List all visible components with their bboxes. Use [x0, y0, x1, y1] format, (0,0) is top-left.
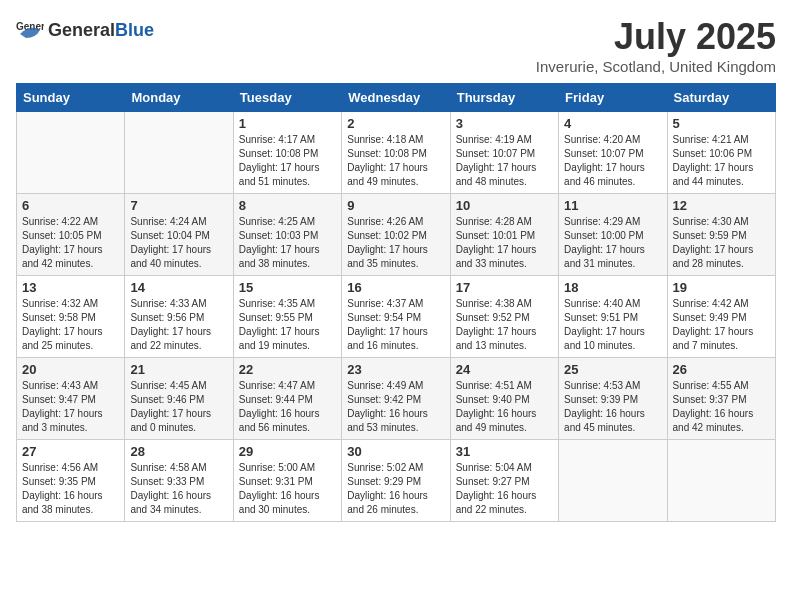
calendar-cell: 31Sunrise: 5:04 AM Sunset: 9:27 PM Dayli…	[450, 440, 558, 522]
calendar-cell	[125, 112, 233, 194]
day-number: 14	[130, 280, 227, 295]
weekday-header-tuesday: Tuesday	[233, 84, 341, 112]
calendar-cell: 6Sunrise: 4:22 AM Sunset: 10:05 PM Dayli…	[17, 194, 125, 276]
calendar-cell: 22Sunrise: 4:47 AM Sunset: 9:44 PM Dayli…	[233, 358, 341, 440]
day-number: 19	[673, 280, 770, 295]
day-info: Sunrise: 4:42 AM Sunset: 9:49 PM Dayligh…	[673, 297, 770, 353]
day-number: 7	[130, 198, 227, 213]
calendar-cell: 29Sunrise: 5:00 AM Sunset: 9:31 PM Dayli…	[233, 440, 341, 522]
calendar-cell: 20Sunrise: 4:43 AM Sunset: 9:47 PM Dayli…	[17, 358, 125, 440]
calendar-cell: 4Sunrise: 4:20 AM Sunset: 10:07 PM Dayli…	[559, 112, 667, 194]
calendar-cell: 23Sunrise: 4:49 AM Sunset: 9:42 PM Dayli…	[342, 358, 450, 440]
calendar-week-row: 20Sunrise: 4:43 AM Sunset: 9:47 PM Dayli…	[17, 358, 776, 440]
day-info: Sunrise: 4:26 AM Sunset: 10:02 PM Daylig…	[347, 215, 444, 271]
day-info: Sunrise: 4:37 AM Sunset: 9:54 PM Dayligh…	[347, 297, 444, 353]
weekday-header-thursday: Thursday	[450, 84, 558, 112]
calendar-cell: 10Sunrise: 4:28 AM Sunset: 10:01 PM Dayl…	[450, 194, 558, 276]
day-number: 25	[564, 362, 661, 377]
calendar-week-row: 13Sunrise: 4:32 AM Sunset: 9:58 PM Dayli…	[17, 276, 776, 358]
calendar-cell: 1Sunrise: 4:17 AM Sunset: 10:08 PM Dayli…	[233, 112, 341, 194]
month-title: July 2025	[536, 16, 776, 58]
calendar-cell	[17, 112, 125, 194]
day-info: Sunrise: 4:32 AM Sunset: 9:58 PM Dayligh…	[22, 297, 119, 353]
day-info: Sunrise: 4:40 AM Sunset: 9:51 PM Dayligh…	[564, 297, 661, 353]
weekday-header-row: SundayMondayTuesdayWednesdayThursdayFrid…	[17, 84, 776, 112]
day-info: Sunrise: 4:47 AM Sunset: 9:44 PM Dayligh…	[239, 379, 336, 435]
day-info: Sunrise: 5:04 AM Sunset: 9:27 PM Dayligh…	[456, 461, 553, 517]
logo-icon: General	[16, 16, 44, 44]
day-number: 10	[456, 198, 553, 213]
day-info: Sunrise: 4:49 AM Sunset: 9:42 PM Dayligh…	[347, 379, 444, 435]
day-info: Sunrise: 4:51 AM Sunset: 9:40 PM Dayligh…	[456, 379, 553, 435]
day-info: Sunrise: 4:21 AM Sunset: 10:06 PM Daylig…	[673, 133, 770, 189]
calendar-cell: 3Sunrise: 4:19 AM Sunset: 10:07 PM Dayli…	[450, 112, 558, 194]
day-number: 9	[347, 198, 444, 213]
logo: General GeneralBlue	[16, 16, 154, 44]
day-number: 24	[456, 362, 553, 377]
day-number: 29	[239, 444, 336, 459]
day-info: Sunrise: 5:02 AM Sunset: 9:29 PM Dayligh…	[347, 461, 444, 517]
weekday-header-saturday: Saturday	[667, 84, 775, 112]
day-info: Sunrise: 4:43 AM Sunset: 9:47 PM Dayligh…	[22, 379, 119, 435]
weekday-header-monday: Monday	[125, 84, 233, 112]
day-number: 27	[22, 444, 119, 459]
calendar-cell: 19Sunrise: 4:42 AM Sunset: 9:49 PM Dayli…	[667, 276, 775, 358]
day-number: 21	[130, 362, 227, 377]
calendar-cell: 7Sunrise: 4:24 AM Sunset: 10:04 PM Dayli…	[125, 194, 233, 276]
day-number: 22	[239, 362, 336, 377]
calendar-cell: 25Sunrise: 4:53 AM Sunset: 9:39 PM Dayli…	[559, 358, 667, 440]
calendar-cell: 5Sunrise: 4:21 AM Sunset: 10:06 PM Dayli…	[667, 112, 775, 194]
calendar-cell: 17Sunrise: 4:38 AM Sunset: 9:52 PM Dayli…	[450, 276, 558, 358]
calendar-cell: 27Sunrise: 4:56 AM Sunset: 9:35 PM Dayli…	[17, 440, 125, 522]
calendar-cell: 12Sunrise: 4:30 AM Sunset: 9:59 PM Dayli…	[667, 194, 775, 276]
calendar-cell: 16Sunrise: 4:37 AM Sunset: 9:54 PM Dayli…	[342, 276, 450, 358]
day-info: Sunrise: 4:55 AM Sunset: 9:37 PM Dayligh…	[673, 379, 770, 435]
day-info: Sunrise: 4:18 AM Sunset: 10:08 PM Daylig…	[347, 133, 444, 189]
calendar-cell: 26Sunrise: 4:55 AM Sunset: 9:37 PM Dayli…	[667, 358, 775, 440]
day-info: Sunrise: 4:28 AM Sunset: 10:01 PM Daylig…	[456, 215, 553, 271]
day-number: 20	[22, 362, 119, 377]
calendar-cell: 11Sunrise: 4:29 AM Sunset: 10:00 PM Dayl…	[559, 194, 667, 276]
calendar-cell: 14Sunrise: 4:33 AM Sunset: 9:56 PM Dayli…	[125, 276, 233, 358]
calendar-cell: 21Sunrise: 4:45 AM Sunset: 9:46 PM Dayli…	[125, 358, 233, 440]
day-number: 18	[564, 280, 661, 295]
day-number: 17	[456, 280, 553, 295]
day-number: 30	[347, 444, 444, 459]
calendar-cell	[559, 440, 667, 522]
calendar-cell: 18Sunrise: 4:40 AM Sunset: 9:51 PM Dayli…	[559, 276, 667, 358]
logo-general: General	[48, 20, 115, 40]
calendar-cell: 2Sunrise: 4:18 AM Sunset: 10:08 PM Dayli…	[342, 112, 450, 194]
logo-blue: Blue	[115, 20, 154, 40]
day-number: 26	[673, 362, 770, 377]
day-info: Sunrise: 4:20 AM Sunset: 10:07 PM Daylig…	[564, 133, 661, 189]
day-info: Sunrise: 4:58 AM Sunset: 9:33 PM Dayligh…	[130, 461, 227, 517]
day-number: 3	[456, 116, 553, 131]
day-info: Sunrise: 4:53 AM Sunset: 9:39 PM Dayligh…	[564, 379, 661, 435]
day-number: 2	[347, 116, 444, 131]
day-info: Sunrise: 4:22 AM Sunset: 10:05 PM Daylig…	[22, 215, 119, 271]
calendar-cell: 13Sunrise: 4:32 AM Sunset: 9:58 PM Dayli…	[17, 276, 125, 358]
day-number: 15	[239, 280, 336, 295]
day-info: Sunrise: 4:17 AM Sunset: 10:08 PM Daylig…	[239, 133, 336, 189]
location-title: Inverurie, Scotland, United Kingdom	[536, 58, 776, 75]
day-info: Sunrise: 4:56 AM Sunset: 9:35 PM Dayligh…	[22, 461, 119, 517]
day-number: 13	[22, 280, 119, 295]
day-info: Sunrise: 4:19 AM Sunset: 10:07 PM Daylig…	[456, 133, 553, 189]
day-number: 31	[456, 444, 553, 459]
day-info: Sunrise: 4:35 AM Sunset: 9:55 PM Dayligh…	[239, 297, 336, 353]
weekday-header-wednesday: Wednesday	[342, 84, 450, 112]
day-number: 16	[347, 280, 444, 295]
calendar-cell: 24Sunrise: 4:51 AM Sunset: 9:40 PM Dayli…	[450, 358, 558, 440]
day-number: 5	[673, 116, 770, 131]
calendar-cell: 30Sunrise: 5:02 AM Sunset: 9:29 PM Dayli…	[342, 440, 450, 522]
day-info: Sunrise: 4:30 AM Sunset: 9:59 PM Dayligh…	[673, 215, 770, 271]
calendar-cell: 8Sunrise: 4:25 AM Sunset: 10:03 PM Dayli…	[233, 194, 341, 276]
day-number: 6	[22, 198, 119, 213]
weekday-header-friday: Friday	[559, 84, 667, 112]
day-number: 4	[564, 116, 661, 131]
page-header: General GeneralBlue July 2025 Inverurie,…	[16, 16, 776, 75]
calendar-cell: 9Sunrise: 4:26 AM Sunset: 10:02 PM Dayli…	[342, 194, 450, 276]
day-number: 8	[239, 198, 336, 213]
calendar-cell	[667, 440, 775, 522]
day-number: 28	[130, 444, 227, 459]
